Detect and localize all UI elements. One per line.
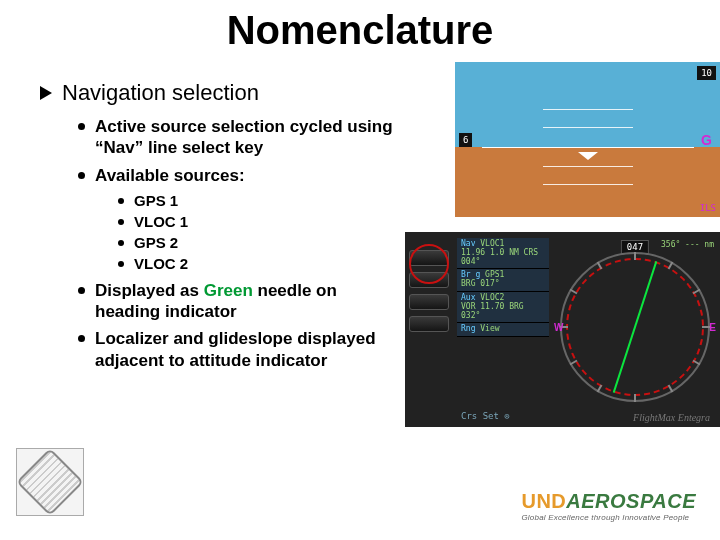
- bullet-icon: [118, 240, 124, 246]
- bullet-text: Displayed as Green needle on heading ind…: [95, 280, 400, 323]
- sub-bullet-vloc2: VLOC 2: [118, 255, 400, 272]
- bullet-green-needle: Displayed as Green needle on heading ind…: [78, 280, 400, 323]
- pfd-sky: [455, 62, 720, 147]
- pfd-glideslope-icon: G: [701, 132, 712, 148]
- avionics-branding: FlightMax Entegra: [633, 412, 710, 423]
- crs-set-label: Crs Set ⊙: [461, 411, 510, 421]
- pfd-pitch-line: [543, 127, 633, 128]
- pfd-pitch-line: [543, 166, 633, 167]
- label-detail: BRG 017°: [461, 280, 545, 289]
- label-detail: 11.96 1.0 NM CRS 004°: [461, 249, 545, 267]
- heading-nav-selection: Navigation selection: [40, 80, 400, 106]
- heading-text: Navigation selection: [62, 80, 259, 106]
- hsi-compass: 047 356° --- nm W E: [560, 252, 710, 402]
- pfd-pitch-line: [543, 184, 633, 185]
- pfd-ils-label: ILS: [700, 203, 716, 213]
- hsi-tick: [702, 326, 710, 328]
- label-source: VLOC1: [480, 239, 504, 248]
- label-source: GPS1: [485, 270, 504, 279]
- label-name: Br g: [461, 270, 480, 279]
- sub-bullet-gps2: GPS 2: [118, 234, 400, 251]
- bullet-icon: [78, 123, 85, 130]
- heading-indicator-image: Nav VLOC111.96 1.0 NM CRS 004° Br g GPS1…: [405, 232, 720, 427]
- label-source: View: [480, 324, 499, 333]
- bullet-text: GPS 2: [134, 234, 178, 251]
- bullet-icon: [78, 172, 85, 179]
- pfd-altitude-box: 10: [697, 66, 716, 80]
- bullet-icon: [78, 335, 85, 342]
- footer-tagline: Global Excellence through Innovative Peo…: [521, 513, 696, 522]
- bullet-text: Localizer and glideslope displayed adjac…: [95, 328, 400, 371]
- bullet-text: GPS 1: [134, 192, 178, 209]
- slide: Nomenclature Navigation selection Active…: [0, 0, 720, 540]
- sub-bullet-vloc1: VLOC 1: [118, 213, 400, 230]
- label-row-rng: Rng View: [457, 323, 549, 337]
- label-source: VLOC2: [480, 293, 504, 302]
- label-row-nav: Nav VLOC111.96 1.0 NM CRS 004°: [457, 238, 549, 269]
- softkey-column: [405, 244, 453, 338]
- bullet-active-source: Active source selection cycled using “Na…: [78, 116, 400, 159]
- slide-title: Nomenclature: [0, 8, 720, 53]
- label-name: Aux: [461, 293, 475, 302]
- hsi-readout: 356° --- nm: [661, 240, 714, 249]
- content-column: Navigation selection Active source selec…: [40, 80, 400, 377]
- bullet-icon: [118, 219, 124, 225]
- hsi-lubber-w: W: [554, 322, 563, 333]
- bullet-icon: [78, 287, 85, 294]
- softkey-brg: [409, 272, 449, 288]
- softkey-aux: [409, 294, 449, 310]
- pfd-chevron-icon: [578, 152, 598, 160]
- softkey-labels: Nav VLOC111.96 1.0 NM CRS 004° Br g GPS1…: [457, 238, 549, 337]
- label-name: Rng: [461, 324, 475, 333]
- bullet-icon: [118, 261, 124, 267]
- placeholder-logo-icon: [16, 448, 84, 516]
- pfd-horizon: [482, 147, 694, 148]
- label-detail: VOR 11.70 BRG 032°: [461, 303, 545, 321]
- bullet-text: Available sources:: [95, 165, 245, 186]
- text-green: Green: [204, 281, 253, 300]
- wordmark-aerospace: AEROSPACE: [566, 490, 696, 512]
- bullet-localizer: Localizer and glideslope displayed adjac…: [78, 328, 400, 371]
- attitude-indicator-image: 6 10 G ILS: [455, 62, 720, 217]
- softkey-rng: [409, 316, 449, 332]
- wordmark-und: UND: [521, 490, 566, 512]
- bullet-icon: [118, 198, 124, 204]
- softkey-nav: [409, 250, 449, 266]
- label-row-aux: Aux VLOC2VOR 11.70 BRG 032°: [457, 292, 549, 323]
- hsi-lubber-e: E: [709, 322, 716, 333]
- pfd-airspeed-box: 6: [459, 133, 472, 147]
- label-row-brg: Br g GPS1BRG 017°: [457, 269, 549, 292]
- bullet-text: VLOC 2: [134, 255, 188, 272]
- play-bullet-icon: [40, 86, 52, 100]
- und-aerospace-wordmark: UNDAEROSPACE: [521, 490, 696, 513]
- text-span: Displayed as: [95, 281, 204, 300]
- bullet-available-sources: Available sources:: [78, 165, 400, 186]
- footer-logo-right: UNDAEROSPACE Global Excellence through I…: [521, 490, 696, 522]
- bullet-text: Active source selection cycled using “Na…: [95, 116, 400, 159]
- sub-bullet-gps1: GPS 1: [118, 192, 400, 209]
- hsi-tick: [634, 252, 636, 260]
- pfd-pitch-line: [543, 109, 633, 110]
- hsi-tick: [634, 394, 636, 402]
- bullet-text: VLOC 1: [134, 213, 188, 230]
- label-name: Nav: [461, 239, 475, 248]
- footer-logo-left: [16, 448, 84, 516]
